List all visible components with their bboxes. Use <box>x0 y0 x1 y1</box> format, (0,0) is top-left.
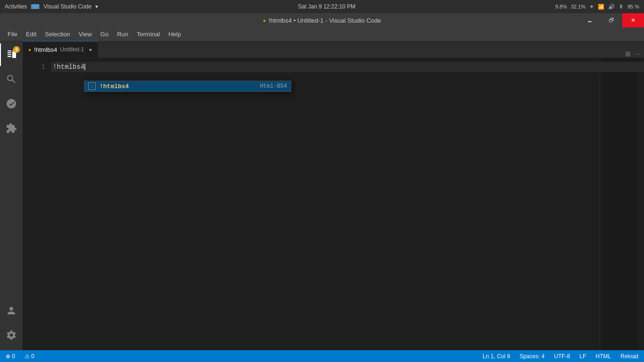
status-bar-right: Ln 1, Col 9 Spaces: 4 UTF-8 LF HTML Relo… <box>481 353 640 360</box>
autocomplete-label: !htmlbs4 <box>99 83 256 90</box>
minimap <box>600 58 637 350</box>
activity-bar: 1 <box>0 41 23 350</box>
search-icon <box>6 74 17 85</box>
line-number-1: 1 <box>23 62 45 72</box>
spaces-label: Spaces: 4 <box>520 353 545 360</box>
cpu-label: 9.8% <box>555 4 567 9</box>
autocomplete-dropdown[interactable]: □ !htmlbs4 Html-BS4 <box>84 81 291 92</box>
app-name-label[interactable]: Visual Studio Code <box>43 3 91 10</box>
window-title: !htmlbs4 • Untitled-1 - Visual Studio Co… <box>269 17 381 24</box>
menu-go[interactable]: Go <box>97 29 112 40</box>
status-bar-left: ⊗ 0 ⚠ 0 <box>4 353 36 360</box>
tab-close-icon[interactable]: ● <box>89 47 92 52</box>
encoding-status[interactable]: UTF-8 <box>552 353 572 360</box>
tab-name: Untitled-1 <box>60 46 84 53</box>
account-icon <box>6 305 17 316</box>
main-layout: 1 <box>0 41 644 350</box>
brightness-icon: ☀ <box>589 4 594 10</box>
warnings-status[interactable]: ⚠ 0 <box>23 353 36 360</box>
menu-selection[interactable]: Selection <box>41 29 74 40</box>
tab-prefix: !htmlbs4 <box>34 46 57 53</box>
mic-icon: 🎙 <box>619 4 624 9</box>
volume-icon: 🔊 <box>608 4 615 10</box>
minimize-button[interactable]: 🗕 <box>579 13 601 27</box>
restore-button[interactable]: 🗗 <box>601 13 622 27</box>
activity-bar-bottom <box>0 299 23 350</box>
menu-help[interactable]: Help <box>165 29 185 40</box>
split-editor-button[interactable]: ⊞ <box>625 50 631 58</box>
datetime-label: Sat Jan 9 12:22:10 PM <box>298 3 355 10</box>
eol-status[interactable]: LF <box>578 353 588 360</box>
wifi-icon: 📶 <box>598 4 604 10</box>
editor-content[interactable]: 1 !htmlbs4 □ !htmlbs4 Html-BS4 <box>23 58 644 350</box>
feedback-label: Reload <box>620 353 638 360</box>
status-bar: ⊗ 0 ⚠ 0 Ln 1, Col 9 Spaces: 4 UTF-8 LF H… <box>0 350 644 362</box>
title-dot: ● <box>263 18 266 23</box>
encoding-label: UTF-8 <box>554 353 570 360</box>
line-col-label: Ln 1, Col 9 <box>483 353 510 360</box>
menu-terminal[interactable]: Terminal <box>133 29 164 40</box>
spaces-status[interactable]: Spaces: 4 <box>518 353 546 360</box>
system-bar-right: 9.8% 32.1% ☀ 📶 🔊 🎙 95 % <box>555 4 639 10</box>
errors-status[interactable]: ⊗ 0 <box>4 353 17 360</box>
scrollbar[interactable] <box>637 58 644 350</box>
editor-gutter: 1 <box>23 58 51 72</box>
tab-bar-right: ⊞ ··· <box>621 50 644 58</box>
system-bar: Activities ⌨ Visual Studio Code ▾ Sat Ja… <box>0 0 644 13</box>
explorer-badge: 1 <box>13 46 20 53</box>
title-bar-controls: 🗕 🗗 ✕ <box>579 13 644 27</box>
code-line-1[interactable]: !htmlbs4 <box>51 62 644 72</box>
activity-item-source-control[interactable] <box>0 92 23 115</box>
app-arrow-icon[interactable]: ▾ <box>95 3 98 10</box>
more-actions-button[interactable]: ··· <box>635 50 640 58</box>
menu-bar: File Edit Selection View Go Run Terminal… <box>0 27 644 41</box>
activity-item-explorer[interactable]: 1 <box>0 43 23 66</box>
mem-label: 32.1% <box>571 4 586 9</box>
feedback-status[interactable]: Reload <box>619 353 640 360</box>
settings-icon <box>6 329 17 341</box>
title-bar: ● !htmlbs4 • Untitled-1 - Visual Studio … <box>0 13 644 27</box>
warnings-label: ⚠ 0 <box>25 353 34 360</box>
source-control-icon <box>6 98 17 109</box>
editor-lines: !htmlbs4 <box>51 58 644 72</box>
tab-untitled1[interactable]: ● !htmlbs4 Untitled-1 ● <box>23 41 98 58</box>
line-col-status[interactable]: Ln 1, Col 9 <box>481 353 512 360</box>
close-button[interactable]: ✕ <box>622 13 644 27</box>
language-label: HTML <box>595 353 611 360</box>
system-bar-center: Sat Jan 9 12:22:10 PM <box>298 3 355 10</box>
activity-item-search[interactable] <box>0 68 23 90</box>
extensions-icon <box>6 123 17 134</box>
menu-edit[interactable]: Edit <box>22 29 40 40</box>
menu-view[interactable]: View <box>75 29 96 40</box>
autocomplete-snippet-icon: □ <box>88 82 96 90</box>
activity-item-extensions[interactable] <box>0 117 23 140</box>
tab-bar: ● !htmlbs4 Untitled-1 ● ⊞ ··· <box>23 41 644 58</box>
vscode-icon: ⌨ <box>31 3 40 10</box>
errors-label: ⊗ 0 <box>6 353 15 360</box>
tab-modified-icon: ● <box>28 47 31 52</box>
battery-label: 95 % <box>627 4 639 9</box>
title-bar-title: ● !htmlbs4 • Untitled-1 - Visual Studio … <box>263 17 381 24</box>
activity-item-settings[interactable] <box>0 324 23 346</box>
editor-area: ● !htmlbs4 Untitled-1 ● ⊞ ··· 1 <box>23 41 644 350</box>
eol-label: LF <box>579 353 586 360</box>
activity-item-account[interactable] <box>0 299 23 322</box>
autocomplete-item-0[interactable]: □ !htmlbs4 Html-BS4 <box>84 81 291 91</box>
language-status[interactable]: HTML <box>594 353 613 360</box>
menu-run[interactable]: Run <box>113 29 132 40</box>
autocomplete-detail: Html-BS4 <box>260 83 287 90</box>
system-bar-left: Activities ⌨ Visual Studio Code ▾ <box>5 3 98 10</box>
menu-file[interactable]: File <box>4 29 21 40</box>
code-text-1: !htmlbs4 <box>53 62 84 72</box>
cursor <box>84 64 85 70</box>
activities-label[interactable]: Activities <box>5 3 27 10</box>
